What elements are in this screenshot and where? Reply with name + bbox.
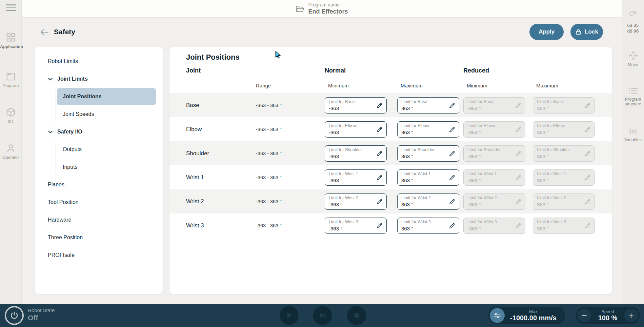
column-header-reduced: Reduced — [463, 67, 489, 74]
back-button[interactable] — [40, 28, 50, 37]
max-speed-pill: Max -1000.00 mm/s — [488, 307, 565, 324]
step-forward-icon — [319, 311, 327, 320]
edit-icon — [515, 126, 522, 133]
nav-item-planes[interactable]: Planes — [35, 176, 163, 193]
normal-max-input[interactable]: Limit for Base363 ° — [397, 97, 459, 114]
tool-label: Move — [628, 62, 638, 67]
nav-item-three-position[interactable]: Three Position — [35, 229, 163, 246]
limit-value: -363 ° — [329, 129, 342, 135]
nav-item-profisafe[interactable]: PROFIsafe — [35, 246, 163, 264]
tool-move[interactable]: Move — [622, 51, 644, 67]
joint-name: Wrist 2 — [186, 198, 204, 205]
edit-icon — [376, 174, 383, 181]
normal-max-input[interactable]: Limit for Shoulder363 ° — [397, 145, 459, 162]
edit-icon — [584, 150, 591, 157]
sidebar-item-3d[interactable]: 3D — [0, 107, 21, 124]
tool-program-structure[interactable]: Program structure — [622, 87, 644, 106]
limit-value: 363 ° — [401, 226, 413, 231]
subheader-reduced-max: Maximum — [536, 83, 558, 88]
edit-icon — [448, 174, 456, 181]
edit-icon — [515, 102, 522, 109]
normal-min-input[interactable]: Limit for Wrist 1-363 ° — [325, 169, 387, 186]
speed-increase-button[interactable]: + — [624, 309, 638, 322]
max-value: -1000.00 mm/s — [505, 314, 562, 322]
normal-min-input[interactable]: Limit for Base-363 ° — [325, 97, 387, 114]
nav-group-safety-io[interactable]: Safety I/O — [35, 123, 163, 141]
nav-item-robot-limits[interactable]: Robot Limits — [35, 53, 163, 70]
limit-label: Limit for Elbow — [537, 123, 565, 128]
play-button[interactable] — [280, 306, 299, 325]
joint-range: -363 - 363 ° — [256, 175, 282, 180]
bottom-control-bar: Robot State Off Max -1000.00 mm/s − Spee… — [0, 304, 644, 327]
stop-button[interactable] — [347, 306, 366, 325]
nav-item-tool-position[interactable]: Tool Position — [35, 193, 163, 211]
limit-label: Limit for Wrist 2 — [537, 196, 566, 200]
reduced-min-input: Limit for Wrist 2-363 ° — [463, 193, 525, 210]
hamburger-menu-icon[interactable] — [6, 4, 16, 12]
limit-value: 363 ° — [537, 129, 549, 135]
nav-item-hardware[interactable]: Hardware — [35, 211, 163, 229]
play-icon — [285, 311, 293, 320]
lock-button[interactable]: Lock — [570, 24, 603, 40]
plus-icon: + — [628, 310, 633, 321]
normal-max-input[interactable]: Limit for Wrist 1363 ° — [397, 169, 459, 186]
limit-value: -363 ° — [329, 154, 342, 159]
nav-label: Outputs — [63, 146, 82, 152]
edit-icon — [376, 222, 383, 229]
sidebar-item-label: Operator — [2, 155, 19, 160]
edit-icon — [376, 126, 383, 133]
normal-min-input[interactable]: Limit for Wrist 2-363 ° — [325, 193, 387, 210]
nav-item-joint-speeds[interactable]: Joint Speeds — [35, 105, 163, 123]
person-icon — [6, 143, 16, 153]
program-name-button[interactable]: Program name End Effectors — [295, 2, 348, 15]
edit-icon — [376, 102, 383, 109]
edit-icon — [448, 150, 456, 157]
speed-settings-button[interactable] — [490, 308, 505, 323]
normal-min-input[interactable]: Limit for Wrist 3-363 ° — [325, 218, 387, 234]
nav-group-joint-limits[interactable]: Joint Limits — [35, 70, 163, 88]
edit-icon — [584, 174, 591, 181]
speed-decrease-button[interactable]: − — [578, 309, 591, 322]
normal-min-input[interactable]: Limit for Shoulder-363 ° — [325, 145, 387, 162]
chevron-down-icon — [47, 129, 53, 135]
edit-icon — [584, 222, 591, 229]
table-row: Shoulder -363 - 363 ° Limit for Shoulder… — [169, 141, 612, 165]
sidebar-item-operator[interactable]: Operator — [0, 143, 21, 160]
reduced-max-input: Limit for Base363 ° — [533, 97, 595, 114]
sidebar-item-program[interactable]: Program — [0, 72, 21, 88]
limit-value: 363 ° — [401, 129, 413, 135]
nav-item-outputs[interactable]: Outputs — [35, 141, 163, 158]
robot-power-button[interactable] — [5, 306, 24, 325]
app-grid-icon — [6, 32, 16, 42]
column-header-joint: Joint — [186, 67, 201, 74]
limit-value: 363 ° — [537, 226, 549, 231]
step-forward-button[interactable] — [313, 306, 332, 325]
limit-label: Limit for Shoulder — [537, 147, 570, 152]
freedrive-button[interactable] — [622, 9, 644, 20]
nav-label: Joint Speeds — [63, 111, 94, 117]
joint-range: -363 - 363 ° — [256, 103, 282, 108]
limit-value: -363 ° — [329, 105, 342, 111]
apply-button[interactable]: Apply — [529, 24, 564, 40]
stop-icon — [353, 312, 360, 319]
normal-max-input[interactable]: Limit for Wrist 2363 ° — [397, 193, 459, 210]
tool-variables[interactable]: {x} Variables — [622, 128, 644, 142]
nav-item-joint-positions[interactable]: Joint Positions — [57, 88, 156, 105]
joint-positions-panel: Joint Positions Joint Normal Reduced Ran… — [169, 47, 612, 294]
sidebar-item-application[interactable]: Application — [0, 32, 21, 49]
normal-max-input[interactable]: Limit for Wrist 3363 ° — [397, 218, 459, 234]
normal-max-input[interactable]: Limit for Elbow363 ° — [397, 121, 459, 138]
joint-range: -363 - 363 ° — [256, 151, 282, 156]
normal-min-input[interactable]: Limit for Elbow-363 ° — [325, 121, 387, 138]
speed-pill: − Speed 100 % + — [576, 307, 640, 324]
reduced-min-input: Limit for Wrist 3-363 ° — [463, 218, 525, 234]
limit-label: Limit for Elbow — [401, 123, 429, 128]
limit-value: -363 ° — [467, 154, 481, 159]
nav-item-inputs[interactable]: Inputs — [35, 158, 163, 176]
nav-label: Hardware — [48, 217, 71, 223]
subheader-normal-max: Maximum — [401, 83, 423, 88]
edit-icon — [448, 222, 456, 229]
robot-state-label: Robot State — [28, 307, 55, 313]
top-bar: Program name End Effectors — [22, 0, 622, 18]
panel-title: Joint Positions — [186, 53, 240, 62]
